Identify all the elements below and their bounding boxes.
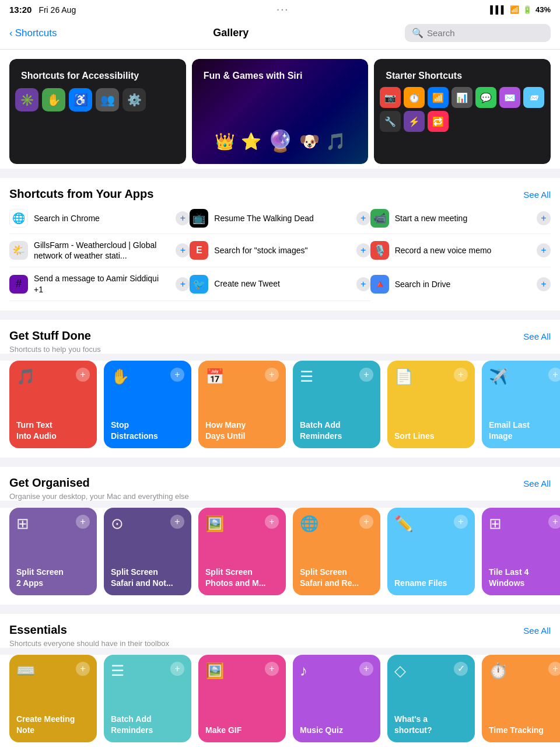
tile-make-gif[interactable]: 🖼️ + Make GIF [198,655,286,742]
grid-icon: ⊞ [16,515,29,533]
tile-add-btn[interactable]: + [454,515,468,529]
weather-icon: 🌤️ [9,241,28,260]
app-shortcut-tv[interactable]: 📺 Resume The Walking Dead + [190,203,370,234]
tile-label: Split ScreenPhotos and M... [205,567,279,588]
tile-add-btn[interactable]: + [76,662,90,676]
envato-add-btn[interactable]: + [356,243,370,257]
tile-label: Make GIF [205,725,279,735]
chrome-add-btn[interactable]: + [176,211,190,225]
tile-split-safari-re[interactable]: 🌐 + Split ScreenSafari and Re... [293,508,380,595]
essentials-section: Essentials See All Shortcuts everyone sh… [0,614,560,747]
fun-title: Fun & Games with Siri [198,65,363,85]
tile-batch-reminders[interactable]: ☰ + Batch AddReminders [104,655,191,742]
apps-grid: 🌐 Search in Chrome + 📺 Resume The Walkin… [9,203,551,301]
tile-turn-text[interactable]: 🎵 + Turn TextInto Audio [9,361,97,448]
icon-settings: ⚙️ [123,88,146,111]
weather-add-btn[interactable]: + [176,243,190,257]
tile-add-btn[interactable]: + [265,368,279,382]
meet-add-btn[interactable]: + [537,211,551,225]
tv-add-btn[interactable]: + [356,211,370,225]
tile-add-btn[interactable]: + [359,662,373,676]
app-shortcut-envato[interactable]: E Search for "stock images" + [190,234,370,267]
tile-time-tracking[interactable]: ⏱️ + Time Tracking [482,655,560,742]
banner-starter[interactable]: Starter Shortcuts 📷 ⏱️ 📶 📊 💬 ✉️ 📨 🔧 ⚡ 🔁 [374,59,551,164]
tile-add-btn[interactable]: + [548,662,560,676]
gif-icon: 🖼️ [205,662,224,680]
apps-see-all[interactable]: See All [523,190,551,200]
memo-icon: 🎙️ [370,241,389,260]
app-shortcut-drive[interactable]: 🔺 Search in Drive + [370,267,551,301]
organised-tiles: ⊞ + Split Screen2 Apps ⊙ + Split ScreenS… [0,508,560,605]
tile-whats-shortcut[interactable]: ◇ ✓ What's ashortcut? [387,655,475,742]
organised-title: Get Organised [9,476,90,490]
tile-label: Tile Last 4Windows [489,567,560,588]
tile-batch-add[interactable]: ☰ + Batch AddReminders [293,361,380,448]
tile-label: Batch AddReminders [111,714,184,735]
organised-see-all[interactable]: See All [523,479,551,488]
tile-sort-lines[interactable]: 📄 + Sort Lines [387,361,475,448]
search-input[interactable] [427,28,544,38]
tile-email-last[interactable]: ✈️ + Email LastImage [482,361,560,448]
tile-add-btn[interactable]: + [170,662,184,676]
compass-icon: ⊙ [111,515,124,533]
twitter-add-btn[interactable]: + [356,277,370,291]
drive-icon: 🔺 [370,275,389,294]
tile-add-btn[interactable]: + [170,368,184,382]
tile-add-btn[interactable]: ✓ [454,662,468,676]
icon-people: 👥 [96,88,119,111]
globe-icon: 🌐 [300,515,318,533]
siri-icon: 🔮 [267,129,293,153]
tile-rename-files[interactable]: ✏️ + Rename Files [387,508,475,595]
stuff-subtitle: Shortcuts to help you focus [9,345,551,354]
app-shortcut-slack[interactable]: # Send a message to Aamir Siddiqui +1 + [9,267,190,301]
signal-icon: ▌▌▌ [490,5,506,14]
app-shortcut-twitter[interactable]: 🐦 Create new Tweet + [190,267,370,301]
stuff-title: Get Stuff Done [9,329,91,343]
tile-add-btn[interactable]: + [548,515,560,529]
tile-split-safari-notes[interactable]: ⊙ + Split ScreenSafari and Not... [104,508,191,595]
list-icon: ☰ [300,368,313,386]
essentials-see-all[interactable]: See All [523,626,551,636]
doc-icon: 📄 [394,368,413,386]
tile-add-btn[interactable]: + [359,368,373,382]
tile-add-btn[interactable]: + [76,368,90,382]
icon-asterisk: ✳️ [15,88,38,111]
tile-tile-last[interactable]: ⊞ + Tile Last 4Windows [482,508,560,595]
app-shortcut-weather[interactable]: 🌤️ GillsFarm - Weathercloud | Global net… [9,234,190,267]
tile-add-btn[interactable]: + [265,662,279,676]
tile-music-quiz[interactable]: ♪ + Music Quiz [293,655,380,742]
wifi-icon: 📶 [510,5,519,14]
icon-s2: ⏱️ [404,87,425,108]
drive-add-btn[interactable]: + [537,277,551,291]
search-bar[interactable]: 🔍 [405,24,551,42]
organised-subtitle: Organise your desktop, your Mac and ever… [9,492,551,501]
stuff-see-all[interactable]: See All [523,331,551,341]
memo-add-btn[interactable]: + [537,243,551,257]
tv-text: Resume The Walking Dead [214,213,350,224]
tile-add-btn[interactable]: + [265,515,279,529]
tile-add-btn[interactable]: + [454,368,468,382]
app-shortcut-memo[interactable]: 🎙️ Record a new voice memo + [370,234,551,267]
tile-split-photos[interactable]: 🖼️ + Split ScreenPhotos and M... [198,508,286,595]
tile-add-btn[interactable]: + [170,515,184,529]
tile-add-btn[interactable]: + [359,515,373,529]
back-button[interactable]: ‹ Shortcuts [9,27,57,39]
tile-meeting-note[interactable]: ⌨️ + Create MeetingNote [9,655,97,742]
tile-how-many[interactable]: 📅 + How ManyDays Until [198,361,286,448]
banner-fun[interactable]: Fun & Games with Siri 👑 ⭐ 🔮 🐶 🎵 [192,59,369,164]
list2-icon: ☰ [111,662,124,680]
tile-split-2[interactable]: ⊞ + Split Screen2 Apps [9,508,97,595]
tile-add-btn[interactable]: + [548,368,560,382]
tile-add-btn[interactable]: + [76,515,90,529]
tile-stop-distractions[interactable]: ✋ + StopDistractions [104,361,191,448]
main-content: Shortcuts for Accessibility ✳️ ✋ ♿ 👥 ⚙️ … [0,50,560,747]
app-shortcut-chrome[interactable]: 🌐 Search in Chrome + [9,203,190,234]
timer-icon: ⏱️ [489,662,508,680]
slack-add-btn[interactable]: + [176,277,190,291]
audio-icon: 🎵 [16,368,35,386]
icon-hand: ✋ [42,88,65,111]
app-shortcut-meet[interactable]: 📹 Start a new meeting + [370,203,551,234]
search-icon: 🔍 [412,27,424,39]
essentials-tiles: ⌨️ + Create MeetingNote ☰ + Batch AddRem… [0,655,560,747]
banner-accessibility[interactable]: Shortcuts for Accessibility ✳️ ✋ ♿ 👥 ⚙️ [9,59,186,164]
